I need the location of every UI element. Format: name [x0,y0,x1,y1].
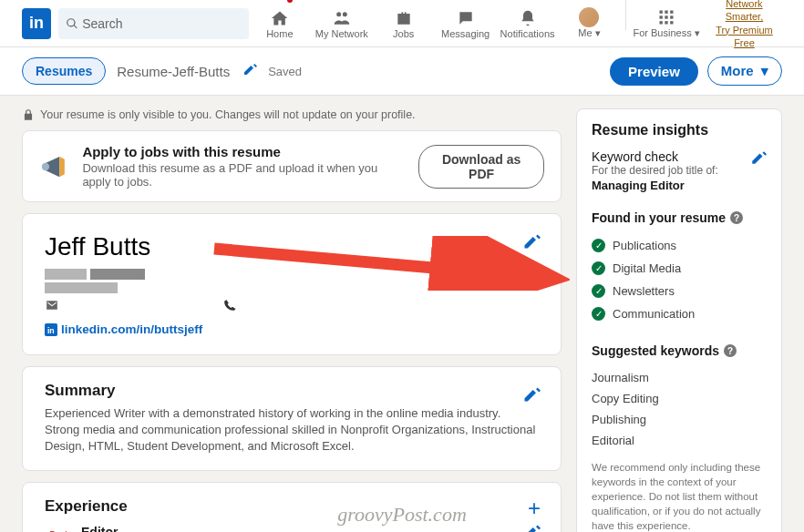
search-input[interactable]: Search [58,8,249,39]
megaphone-icon [39,150,69,183]
bell-icon [519,8,537,28]
edit-keyword-pencil-icon[interactable] [750,149,767,169]
svg-point-1 [343,12,347,16]
svg-rect-2 [660,11,663,14]
saved-status: Saved [268,65,302,78]
linkedin-logo[interactable]: in [22,8,51,39]
briefcase-icon [395,8,413,28]
divider [625,0,626,30]
url-text: linkedin.com/in/buttsjeff [61,322,202,336]
suggested-note: We recommend only including these keywor… [592,460,767,532]
resumes-pill[interactable]: Resumes [22,57,106,85]
premium-promo-link[interactable]: Network Smarter, Try Premium Free [706,0,782,49]
check-icon: ✓ [592,307,605,321]
nav-business[interactable]: For Business ▾ [632,0,700,49]
keyword-check-label: Keyword check [592,149,718,164]
found-keyword: ✓Communication [592,302,767,325]
suggested-keyword: Copy Editing [592,388,767,409]
nav-me[interactable]: Me ▾ [559,0,621,49]
network-icon [333,8,351,28]
nav-messaging[interactable]: Messaging [435,0,497,49]
home-icon [271,8,289,28]
job-title: Editor [81,525,210,532]
check-icon: ✓ [592,261,605,275]
nav-home[interactable]: Home [249,0,311,49]
found-heading: Found in your resume? [592,210,767,225]
svg-rect-8 [660,21,663,24]
nav-label: Notifications [500,28,555,39]
found-keyword: ✓Newsletters [592,280,767,302]
edit-experience-pencil-icon[interactable] [522,523,541,532]
promo-line: Try Premium Free [716,25,773,48]
svg-point-11 [42,162,49,169]
suggested-keyword: Publishing [592,409,767,430]
notice-text: Your resume is only visible to you. Chan… [40,108,416,121]
nav-notifications[interactable]: Notifications [497,0,559,49]
check-icon: ✓ [592,284,605,298]
edit-profile-pencil-icon[interactable] [522,232,541,254]
suggested-keyword: Journalism [592,367,767,388]
message-icon [457,8,475,28]
check-icon: ✓ [592,239,605,252]
more-label: More [721,63,754,78]
search-icon [66,17,78,30]
nav-label: Me [578,27,592,38]
company-logo: ●Post [45,525,72,532]
more-button[interactable]: More ▾ [707,56,782,86]
avatar [579,7,599,27]
watermark: groovyPost.com [337,503,467,527]
apply-subtitle: Download this resume as a PDF and upload… [82,161,406,189]
promo-line: Network Smarter, [726,0,764,22]
resume-name: Resume-Jeff-Butts [117,64,230,79]
summary-heading: Summary [45,382,539,400]
found-keyword: ✓Publications [592,234,767,257]
preview-button[interactable]: Preview [610,57,698,86]
apply-title: Apply to jobs with this resume [82,144,406,159]
svg-rect-6 [665,15,667,18]
search-placeholder: Search [82,16,122,31]
summary-text: Experienced Writer with a demonstrated h… [45,405,539,455]
svg-rect-7 [670,15,673,18]
notification-badge [285,0,294,5]
svg-rect-9 [665,21,667,24]
nav-label: Home [266,28,293,39]
linkedin-url-link[interactable]: in linkedin.com/in/buttsjeff [45,322,539,336]
pencil-icon[interactable] [242,62,257,80]
grid-icon [657,7,675,27]
lock-icon [22,108,35,121]
svg-rect-5 [660,15,663,18]
nav-network[interactable]: My Network [311,0,373,49]
nav-label: Jobs [393,28,414,39]
insights-heading: Resume insights [592,122,767,138]
desired-title: Managing Editor [592,179,718,192]
nav-label: My Network [315,28,368,39]
desired-prefix: For the desired job title of: [592,164,718,177]
profile-name: Jeff Butts [45,232,539,261]
help-icon[interactable]: ? [730,211,743,224]
mail-icon [45,299,59,315]
suggested-keyword: Editorial [592,430,767,451]
svg-point-0 [336,12,341,16]
edit-summary-pencil-icon[interactable] [522,385,541,407]
nav-label: Messaging [441,28,490,39]
found-keyword: ✓Digital Media [592,257,767,280]
phone-icon [223,299,236,315]
help-icon[interactable]: ? [724,344,737,357]
linkedin-icon: in [45,323,57,336]
visibility-notice: Your resume is only visible to you. Chan… [22,108,562,121]
svg-rect-10 [670,21,673,24]
suggested-heading: Suggested keywords? [592,343,767,358]
nav-label: For Business [633,27,691,38]
download-pdf-button[interactable]: Download as PDF [418,145,544,189]
nav-jobs[interactable]: Jobs [373,0,435,49]
svg-rect-4 [670,11,673,14]
svg-rect-3 [665,11,667,14]
svg-text:in: in [47,325,55,334]
add-experience-plus-icon[interactable]: + [528,496,541,521]
redacted-info [45,269,539,293]
